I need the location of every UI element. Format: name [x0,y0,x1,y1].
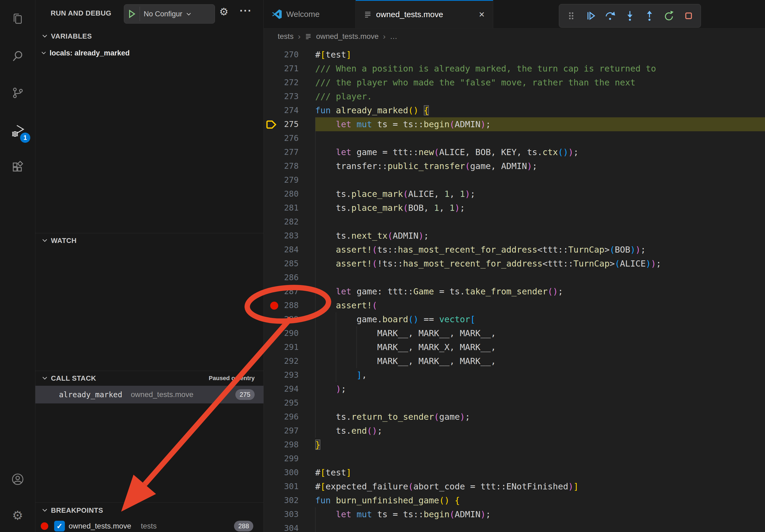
line-number[interactable]: 291 [264,340,299,354]
code-text[interactable]: /// When a position is already marked, t… [315,62,765,76]
code-text[interactable]: transfer::public_transfer(game, ADMIN); [315,159,765,173]
line-number[interactable]: 288 [264,298,299,312]
code-text[interactable]: fun burn_unfinished_game() { [315,493,765,507]
code-text[interactable]: MARK__, MARK__, MARK__, [315,326,765,340]
call-stack-frame-row[interactable]: already_marked owned_tests.move 275 [35,386,264,403]
breakpoint-list-item[interactable]: ✓ owned_tests.move tests 288 [35,519,264,532]
code-text[interactable]: } [315,438,765,452]
code-text[interactable]: MARK__, MARK__, MARK__, [315,354,765,368]
toolbar-drag-grip[interactable] [563,8,579,24]
line-number[interactable]: 271 [264,62,299,76]
step-out-icon[interactable] [641,8,657,24]
line-number[interactable]: 285 [264,257,299,271]
debug-settings-gear-icon[interactable]: ⚙ [219,6,228,18]
line-number[interactable]: 282 [264,215,299,229]
breadcrumb-symbol[interactable]: … [390,32,397,41]
code-text[interactable]: ], [315,368,765,382]
line-number[interactable]: 273 [264,90,299,104]
code-text[interactable]: ts.end(); [315,424,765,438]
code-text[interactable] [315,521,765,532]
code-text[interactable]: #[expected_failure(abort_code = ttt::ENo… [315,479,765,493]
line-number[interactable]: 299 [264,452,299,465]
source-control-icon[interactable] [0,78,35,108]
code-text[interactable] [315,215,765,229]
line-number[interactable]: 292 [264,354,299,368]
line-number[interactable]: 303 [264,507,299,521]
code-text[interactable]: let game: ttt::Game = ts.take_from_sende… [315,285,765,298]
breadcrumb-file[interactable]: owned_tests.move [316,32,379,41]
code-text[interactable]: #[test] [315,465,765,479]
section-watch[interactable]: WATCH [35,233,264,248]
line-number[interactable]: 274 [264,104,299,117]
line-number[interactable]: 302 [264,493,299,507]
tab-owned-tests-move[interactable]: owned_tests.move ✕ [356,0,493,28]
line-number[interactable]: 296 [264,410,299,424]
code-text[interactable]: ts.place_mark(BOB, 1, 1); [315,201,765,215]
line-number[interactable]: 295 [264,396,299,410]
code-text[interactable]: assert!(ts::has_most_recent_for_address<… [315,243,765,257]
line-number[interactable]: 284 [264,243,299,257]
code-text[interactable]: #[test] [315,48,765,62]
step-over-icon[interactable] [602,8,618,24]
settings-gear-icon[interactable]: ⚙ [0,501,35,530]
code-editor[interactable]: 270#[test]271/// When a position is alre… [264,45,765,532]
code-text[interactable]: let mut ts = ts::begin(ADMIN); [315,507,765,521]
code-text[interactable]: /// the player who made the "false" move… [315,76,765,90]
section-call-stack[interactable]: CALL STACK Paused on entry [35,371,264,386]
line-number[interactable]: 272 [264,76,299,90]
line-number[interactable]: 286 [264,271,299,285]
line-number[interactable]: 283 [264,229,299,243]
code-text[interactable]: ts.return_to_sender(game); [315,410,765,424]
debug-config-dropdown[interactable]: No Configur [124,4,215,24]
code-text[interactable] [315,131,765,145]
line-number[interactable]: 293 [264,368,299,382]
code-text[interactable]: ); [315,382,765,396]
line-number[interactable]: 289 [264,312,299,326]
code-text[interactable] [315,173,765,187]
stop-icon[interactable] [681,8,697,24]
explorer-icon[interactable] [0,4,35,33]
code-text[interactable]: let game = ttt::new(ALICE, BOB, KEY, ts.… [315,145,765,159]
code-text[interactable] [315,396,765,410]
code-text[interactable]: fun already_marked() { [315,104,765,117]
line-number[interactable]: 276 [264,131,299,145]
close-icon[interactable]: ✕ [479,10,485,19]
line-number[interactable]: 294 [264,382,299,396]
section-breakpoints[interactable]: BREAKPOINTS [35,503,264,518]
line-number[interactable]: 279 [264,173,299,187]
code-text[interactable]: ts.place_mark(ALICE, 1, 1); [315,187,765,201]
breakpoint-enabled-checkbox[interactable]: ✓ [54,521,65,531]
line-number[interactable]: 287 [264,285,299,298]
restart-icon[interactable] [661,8,677,24]
tab-welcome[interactable]: Welcome [264,0,356,28]
run-and-debug-icon[interactable]: 1 [0,116,35,145]
step-into-icon[interactable] [622,8,638,24]
line-number[interactable]: 298 [264,438,299,452]
breakpoint-glyph-icon[interactable] [270,302,278,310]
code-text[interactable]: MARK__, MARK_X, MARK__, [315,340,765,354]
more-actions-icon[interactable]: ··· [240,5,252,17]
code-text[interactable]: game.board() == vector[ [315,312,765,326]
code-text[interactable] [315,271,765,285]
account-icon[interactable] [0,464,35,494]
line-number[interactable]: 304 [264,521,299,532]
breadcrumb-folder[interactable]: tests [278,32,294,41]
section-variables[interactable]: VARIABLES [35,29,264,43]
extensions-icon[interactable] [0,153,35,182]
line-number[interactable]: 270 [264,48,299,62]
code-text[interactable]: assert!( [315,298,765,312]
line-number[interactable]: 280 [264,187,299,201]
variables-scope-row[interactable]: locals: already_marked [35,46,264,60]
line-number[interactable]: 278 [264,159,299,173]
line-number[interactable]: 297 [264,424,299,438]
line-number[interactable]: 290 [264,326,299,340]
code-text[interactable]: assert!(!ts::has_most_recent_for_address… [315,257,765,271]
code-text[interactable]: /// player. [315,90,765,104]
line-number[interactable]: 281 [264,201,299,215]
code-text[interactable]: ts.next_tx(ADMIN); [315,229,765,243]
code-text[interactable]: let mut ts = ts::begin(ADMIN); [315,117,765,131]
start-debug-icon[interactable] [128,9,136,19]
continue-icon[interactable] [583,8,599,24]
code-text[interactable] [315,452,765,465]
line-number[interactable]: 277 [264,145,299,159]
